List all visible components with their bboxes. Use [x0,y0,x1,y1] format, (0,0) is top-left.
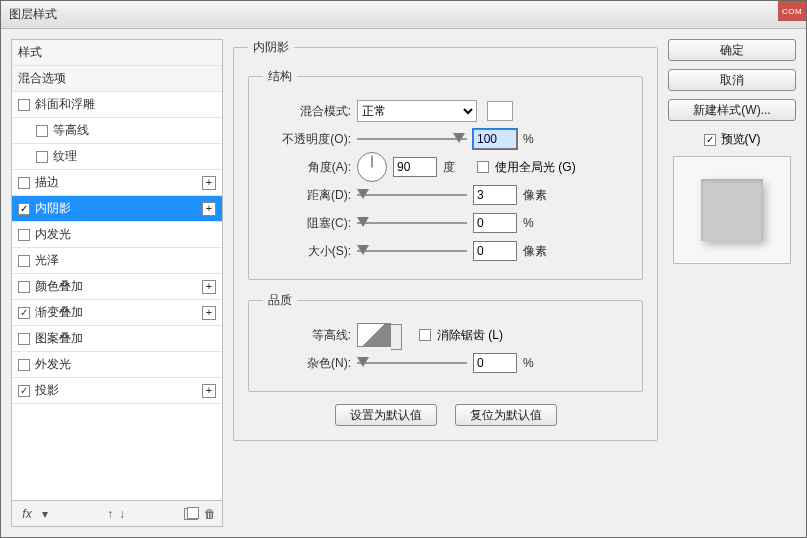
style-checkbox[interactable]: ✓ [18,385,30,397]
style-checkbox[interactable] [18,177,30,189]
style-checkbox[interactable] [18,333,30,345]
cancel-button[interactable]: 取消 [668,69,796,91]
sidebar-header-styles[interactable]: 样式 [12,40,222,66]
size-input[interactable] [473,241,517,261]
settings-panel: 内阴影 结构 混合模式: 正常 不透明度(O): % [233,39,658,527]
structure-legend: 结构 [263,68,297,85]
style-checkbox[interactable] [36,125,48,137]
style-label: 外发光 [35,356,71,373]
style-label: 渐变叠加 [35,304,83,321]
sidebar-item[interactable]: 纹理 [12,144,222,170]
noise-input[interactable] [473,353,517,373]
trash-icon[interactable]: 🗑 [204,507,216,521]
size-slider[interactable] [357,244,467,258]
opacity-unit: % [523,132,534,146]
duplicate-icon[interactable] [184,508,198,520]
panel-title: 内阴影 [248,39,294,56]
noise-slider[interactable] [357,356,467,370]
style-label: 纹理 [53,148,77,165]
style-checkbox[interactable] [18,359,30,371]
distance-unit: 像素 [523,187,547,204]
sidebar-item[interactable]: 外发光 [12,352,222,378]
style-label: 内发光 [35,226,71,243]
sidebar-item[interactable]: 颜色叠加+ [12,274,222,300]
structure-group: 结构 混合模式: 正常 不透明度(O): % 角度(A): [248,68,643,280]
style-checkbox[interactable] [18,255,30,267]
panel-fieldset: 内阴影 结构 混合模式: 正常 不透明度(O): % [233,39,658,441]
style-checkbox[interactable] [18,99,30,111]
ok-button[interactable]: 确定 [668,39,796,61]
distance-input[interactable] [473,185,517,205]
layer-style-dialog: 图层样式 COM 样式混合选项斜面和浮雕等高线纹理描边+✓内阴影+内发光光泽颜色… [0,0,807,538]
choke-slider[interactable] [357,216,467,230]
style-checkbox[interactable]: ✓ [18,203,30,215]
global-light-checkbox[interactable] [477,161,489,173]
reset-default-button[interactable]: 复位为默认值 [455,404,557,426]
style-label: 光泽 [35,252,59,269]
antialias-checkbox[interactable] [419,329,431,341]
opacity-slider[interactable] [357,132,467,146]
blend-mode-label: 混合模式: [263,103,351,120]
corner-badge: COM [778,1,806,21]
style-label: 斜面和浮雕 [35,96,95,113]
color-swatch[interactable] [487,101,513,121]
quality-legend: 品质 [263,292,297,309]
distance-slider[interactable] [357,188,467,202]
chevron-down-icon[interactable]: ▾ [42,507,48,521]
titlebar[interactable]: 图层样式 COM [1,1,806,29]
choke-unit: % [523,216,534,230]
new-style-button[interactable]: 新建样式(W)... [668,99,796,121]
style-label: 图案叠加 [35,330,83,347]
style-checkbox[interactable] [18,229,30,241]
angle-dial[interactable] [357,152,387,182]
style-checkbox[interactable] [36,151,48,163]
sidebar-footer: fx ▾ ↑ ↓ 🗑 [12,500,222,526]
move-down-icon[interactable]: ↓ [119,507,125,521]
sidebar-item[interactable]: 图案叠加 [12,326,222,352]
angle-input[interactable] [393,157,437,177]
preview-swatch [701,179,763,241]
fx-icon[interactable]: fx [18,505,36,523]
sidebar-item[interactable]: ✓内阴影+ [12,196,222,222]
contour-picker[interactable] [357,323,391,347]
noise-unit: % [523,356,534,370]
add-icon[interactable]: + [202,384,216,398]
style-label: 内阴影 [35,200,71,217]
blend-mode-select[interactable]: 正常 [357,100,477,122]
add-icon[interactable]: + [202,280,216,294]
distance-label: 距离(D): [263,187,351,204]
sidebar-item[interactable]: ✓渐变叠加+ [12,300,222,326]
preview-label: 预览(V) [721,131,761,148]
size-label: 大小(S): [263,243,351,260]
angle-label: 角度(A): [263,159,351,176]
opacity-input[interactable] [473,129,517,149]
style-label: 投影 [35,382,59,399]
add-icon[interactable]: + [202,202,216,216]
move-up-icon[interactable]: ↑ [107,507,113,521]
choke-input[interactable] [473,213,517,233]
preview-box [673,156,791,264]
style-checkbox[interactable] [18,281,30,293]
set-default-button[interactable]: 设置为默认值 [335,404,437,426]
contour-label: 等高线: [263,327,351,344]
sidebar-item[interactable]: ✓投影+ [12,378,222,404]
style-checkbox[interactable]: ✓ [18,307,30,319]
sidebar-item[interactable]: 描边+ [12,170,222,196]
sidebar-header-blend[interactable]: 混合选项 [12,66,222,92]
action-column: 确定 取消 新建样式(W)... ✓ 预览(V) [668,39,796,527]
style-label: 颜色叠加 [35,278,83,295]
size-unit: 像素 [523,243,547,260]
antialias-label: 消除锯齿 (L) [437,327,503,344]
preview-checkbox[interactable]: ✓ [704,134,716,146]
opacity-label: 不透明度(O): [263,131,351,148]
add-icon[interactable]: + [202,306,216,320]
quality-group: 品质 等高线: 消除锯齿 (L) 杂色(N): % [248,292,643,392]
styles-sidebar: 样式混合选项斜面和浮雕等高线纹理描边+✓内阴影+内发光光泽颜色叠加+✓渐变叠加+… [11,39,223,527]
global-light-label: 使用全局光 (G) [495,159,576,176]
add-icon[interactable]: + [202,176,216,190]
sidebar-item[interactable]: 内发光 [12,222,222,248]
sidebar-item[interactable]: 斜面和浮雕 [12,92,222,118]
sidebar-item[interactable]: 等高线 [12,118,222,144]
sidebar-item[interactable]: 光泽 [12,248,222,274]
style-label: 等高线 [53,122,89,139]
